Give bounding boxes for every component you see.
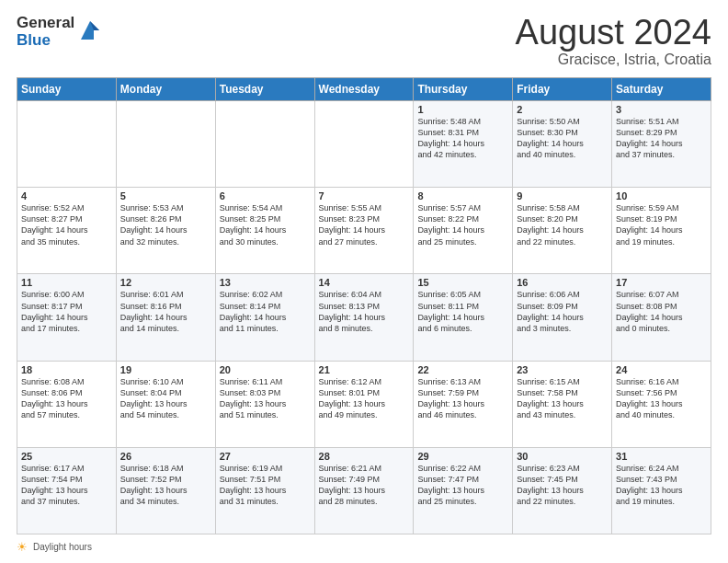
table-row: 21Sunrise: 6:12 AM Sunset: 8:01 PM Dayli… [314, 361, 414, 447]
day-info: Sunrise: 5:55 AM Sunset: 8:23 PM Dayligh… [319, 202, 410, 247]
table-row: 3Sunrise: 5:51 AM Sunset: 8:29 PM Daylig… [612, 101, 711, 188]
day-number: 8 [417, 190, 508, 201]
day-number: 13 [220, 277, 311, 288]
day-number: 3 [616, 104, 707, 115]
day-number: 12 [120, 277, 211, 288]
day-info: Sunrise: 6:01 AM Sunset: 8:16 PM Dayligh… [120, 289, 211, 334]
day-number: 23 [517, 364, 608, 375]
table-row: 14Sunrise: 6:04 AM Sunset: 8:13 PM Dayli… [314, 274, 414, 361]
day-info: Sunrise: 5:53 AM Sunset: 8:26 PM Dayligh… [120, 202, 211, 247]
table-row: 31Sunrise: 6:24 AM Sunset: 7:43 PM Dayli… [612, 447, 711, 534]
day-number: 4 [21, 190, 112, 201]
day-number: 15 [417, 277, 508, 288]
logo-text: General Blue [17, 15, 74, 49]
day-number: 31 [616, 451, 707, 462]
header-wednesday: Wednesday [314, 78, 414, 101]
legend: ☀ Daylight hours [17, 540, 711, 554]
title-area: August 2024 Gracisce, Istria, Croatia [516, 15, 711, 68]
day-info: Sunrise: 6:19 AM Sunset: 7:51 PM Dayligh… [220, 463, 311, 508]
day-number: 2 [517, 104, 608, 115]
logo-general: General [17, 15, 74, 32]
day-number: 18 [21, 364, 112, 375]
header-saturday: Saturday [612, 78, 711, 101]
month-title: August 2024 [516, 15, 711, 50]
day-info: Sunrise: 5:59 AM Sunset: 8:19 PM Dayligh… [616, 202, 707, 247]
table-row: 23Sunrise: 6:15 AM Sunset: 7:58 PM Dayli… [513, 361, 612, 447]
table-row: 27Sunrise: 6:19 AM Sunset: 7:51 PM Dayli… [215, 447, 314, 534]
day-number: 7 [319, 190, 410, 201]
table-row: 29Sunrise: 6:22 AM Sunset: 7:47 PM Dayli… [414, 447, 513, 534]
day-info: Sunrise: 6:05 AM Sunset: 8:11 PM Dayligh… [417, 289, 508, 334]
day-number: 27 [220, 451, 311, 462]
header: General Blue August 2024 Gracisce, Istri… [17, 15, 711, 68]
header-friday: Friday [513, 78, 612, 101]
table-row: 4Sunrise: 5:52 AM Sunset: 8:27 PM Daylig… [17, 188, 117, 274]
calendar-week-row: 4Sunrise: 5:52 AM Sunset: 8:27 PM Daylig… [17, 188, 711, 274]
day-info: Sunrise: 6:13 AM Sunset: 7:59 PM Dayligh… [417, 376, 508, 421]
header-sunday: Sunday [17, 78, 117, 101]
day-info: Sunrise: 5:54 AM Sunset: 8:25 PM Dayligh… [220, 202, 311, 247]
day-number: 20 [220, 364, 311, 375]
table-row [215, 101, 314, 188]
table-row: 28Sunrise: 6:21 AM Sunset: 7:49 PM Dayli… [314, 447, 414, 534]
day-number: 16 [517, 277, 608, 288]
day-number: 17 [616, 277, 707, 288]
day-info: Sunrise: 6:04 AM Sunset: 8:13 PM Dayligh… [319, 289, 410, 334]
table-row: 20Sunrise: 6:11 AM Sunset: 8:03 PM Dayli… [215, 361, 314, 447]
table-row: 24Sunrise: 6:16 AM Sunset: 7:56 PM Dayli… [612, 361, 711, 447]
table-row: 25Sunrise: 6:17 AM Sunset: 7:54 PM Dayli… [17, 447, 117, 534]
table-row: 30Sunrise: 6:23 AM Sunset: 7:45 PM Dayli… [513, 447, 612, 534]
day-info: Sunrise: 6:11 AM Sunset: 8:03 PM Dayligh… [220, 376, 311, 421]
day-info: Sunrise: 6:12 AM Sunset: 8:01 PM Dayligh… [319, 376, 410, 421]
table-row: 12Sunrise: 6:01 AM Sunset: 8:16 PM Dayli… [116, 274, 215, 361]
day-number: 19 [120, 364, 211, 375]
table-row: 8Sunrise: 5:57 AM Sunset: 8:22 PM Daylig… [414, 188, 513, 274]
table-row [314, 101, 414, 188]
logo-icon [77, 17, 103, 43]
day-info: Sunrise: 6:17 AM Sunset: 7:54 PM Dayligh… [21, 463, 112, 508]
day-number: 1 [417, 104, 508, 115]
table-row: 9Sunrise: 5:58 AM Sunset: 8:20 PM Daylig… [513, 188, 612, 274]
table-row: 16Sunrise: 6:06 AM Sunset: 8:09 PM Dayli… [513, 274, 612, 361]
page: General Blue August 2024 Gracisce, Istri… [0, 0, 728, 563]
table-row: 26Sunrise: 6:18 AM Sunset: 7:52 PM Dayli… [116, 447, 215, 534]
table-row: 17Sunrise: 6:07 AM Sunset: 8:08 PM Dayli… [612, 274, 711, 361]
table-row: 18Sunrise: 6:08 AM Sunset: 8:06 PM Dayli… [17, 361, 117, 447]
day-info: Sunrise: 6:23 AM Sunset: 7:45 PM Dayligh… [517, 463, 608, 508]
day-info: Sunrise: 6:06 AM Sunset: 8:09 PM Dayligh… [517, 289, 608, 334]
header-tuesday: Tuesday [215, 78, 314, 101]
table-row: 11Sunrise: 6:00 AM Sunset: 8:17 PM Dayli… [17, 274, 117, 361]
day-info: Sunrise: 5:58 AM Sunset: 8:20 PM Dayligh… [517, 202, 608, 247]
day-number: 5 [120, 190, 211, 201]
day-info: Sunrise: 6:18 AM Sunset: 7:52 PM Dayligh… [120, 463, 211, 508]
legend-text: Daylight hours [33, 542, 92, 552]
logo-blue: Blue [17, 32, 74, 50]
calendar-week-row: 25Sunrise: 6:17 AM Sunset: 7:54 PM Dayli… [17, 447, 711, 534]
day-number: 9 [517, 190, 608, 201]
table-row: 10Sunrise: 5:59 AM Sunset: 8:19 PM Dayli… [612, 188, 711, 274]
table-row: 22Sunrise: 6:13 AM Sunset: 7:59 PM Dayli… [414, 361, 513, 447]
day-number: 11 [21, 277, 112, 288]
day-info: Sunrise: 6:22 AM Sunset: 7:47 PM Dayligh… [417, 463, 508, 508]
table-row: 15Sunrise: 6:05 AM Sunset: 8:11 PM Dayli… [414, 274, 513, 361]
table-row: 13Sunrise: 6:02 AM Sunset: 8:14 PM Dayli… [215, 274, 314, 361]
day-number: 28 [319, 451, 410, 462]
table-row [116, 101, 215, 188]
calendar-week-row: 18Sunrise: 6:08 AM Sunset: 8:06 PM Dayli… [17, 361, 711, 447]
day-info: Sunrise: 5:48 AM Sunset: 8:31 PM Dayligh… [417, 116, 508, 161]
day-number: 24 [616, 364, 707, 375]
day-number: 29 [417, 451, 508, 462]
day-number: 30 [517, 451, 608, 462]
day-number: 26 [120, 451, 211, 462]
calendar-week-row: 11Sunrise: 6:00 AM Sunset: 8:17 PM Dayli… [17, 274, 711, 361]
day-number: 6 [220, 190, 311, 201]
header-monday: Monday [116, 78, 215, 101]
day-info: Sunrise: 6:21 AM Sunset: 7:49 PM Dayligh… [319, 463, 410, 508]
day-info: Sunrise: 6:24 AM Sunset: 7:43 PM Dayligh… [616, 463, 707, 508]
day-info: Sunrise: 6:02 AM Sunset: 8:14 PM Dayligh… [220, 289, 311, 334]
day-number: 14 [319, 277, 410, 288]
logo-area: General Blue [17, 15, 103, 49]
table-row: 6Sunrise: 5:54 AM Sunset: 8:25 PM Daylig… [215, 188, 314, 274]
table-row: 19Sunrise: 6:10 AM Sunset: 8:04 PM Dayli… [116, 361, 215, 447]
table-row [17, 101, 117, 188]
